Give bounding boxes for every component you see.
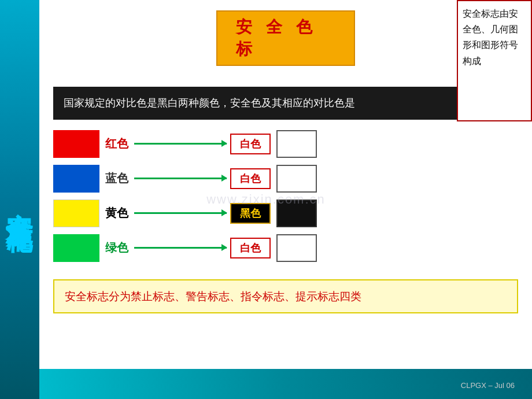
- color-rows-area: 红色 白色 蓝色 白色: [53, 129, 518, 263]
- blue-contrast-swatch: [276, 165, 317, 193]
- main-content: 安 全 色 标 国家规定的对比色是黑白两种颜色，安全色及其相应的对比色是 红色 …: [39, 0, 532, 369]
- red-label: 红色: [99, 136, 134, 152]
- info-box: 国家规定的对比色是黑白两种颜色，安全色及其相应的对比色是: [53, 87, 518, 120]
- red-swatch: [53, 130, 99, 158]
- color-row-blue: 蓝色 白色: [53, 164, 518, 194]
- info-text: 国家规定的对比色是黑白两种颜色，安全色及其相应的对比色是: [64, 95, 508, 112]
- yellow-swatch: [53, 200, 99, 227]
- color-section: 红色 白色 蓝色 白色: [53, 129, 518, 271]
- bottom-info-text: 安全标志分为禁止标志、警告标志、指令标志、提示标志四类: [65, 287, 507, 305]
- side-note: 安全标志由安全色、几何图形和图形符号构成: [457, 0, 532, 121]
- green-label: 绿色: [99, 240, 134, 256]
- blue-label: 蓝色: [99, 171, 134, 186]
- bottom-bar: CLPGX – Jul 06: [39, 369, 532, 399]
- page-title: 安 全 色 标: [236, 16, 335, 60]
- bottom-info-box: 安全标志分为禁止标志、警告标志、指令标志、提示标志四类: [53, 279, 518, 313]
- left-bar: 安全设施标准化: [0, 0, 39, 399]
- red-contrast-swatch: [276, 130, 317, 158]
- green-contrast-swatch: [276, 234, 317, 262]
- color-row-yellow: 黄色 黑色: [53, 198, 518, 228]
- left-title: 安全设施标准化: [6, 191, 33, 208]
- yellow-arrow: [134, 212, 227, 214]
- color-row-red: 红色 白色: [53, 129, 518, 159]
- red-arrow: [134, 143, 227, 145]
- blue-swatch: [53, 165, 99, 193]
- blue-arrow: [134, 178, 227, 179]
- blue-contrast-label: 白色: [230, 168, 271, 189]
- green-swatch: [53, 234, 99, 262]
- red-contrast-label: 白色: [230, 134, 271, 154]
- side-note-text: 安全标志由安全色、几何图形和图形符号构成: [463, 9, 518, 66]
- yellow-label: 黄色: [99, 205, 134, 221]
- slide: 安全设施标准化 CLPGX – Jul 06 安 全 色 标 国家规定的对比色是…: [0, 0, 532, 399]
- yellow-contrast-label: 黑色: [230, 203, 271, 224]
- title-wrapper: 安 全 色 标: [53, 10, 518, 76]
- title-box: 安 全 色 标: [216, 10, 355, 66]
- footer-text: CLPGX – Jul 06: [461, 381, 515, 390]
- color-rows-wrapper: 红色 白色 蓝色 白色: [53, 129, 518, 271]
- color-row-green: 绿色 白色: [53, 233, 518, 263]
- yellow-contrast-swatch: [276, 200, 317, 227]
- green-contrast-label: 白色: [230, 238, 271, 258]
- green-arrow: [134, 247, 227, 249]
